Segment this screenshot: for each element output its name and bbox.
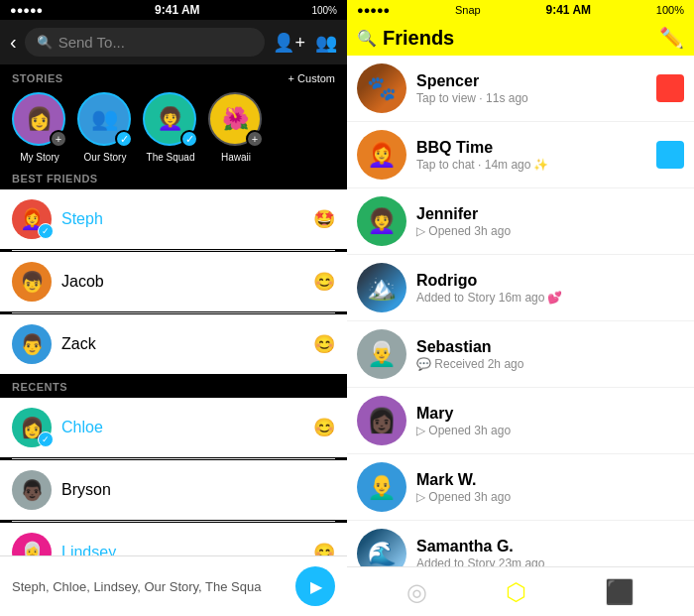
send-button[interactable] [295, 566, 335, 606]
list-item-samantha[interactable]: 🌊 Samantha G. Added to Story 23m ago [347, 521, 694, 566]
battery-right: 100% [656, 4, 684, 16]
friend-chloe[interactable]: 👩 ✓ Chloe 😊 [0, 398, 347, 457]
sub-spencer: Tap to view · 11s ago [416, 91, 646, 105]
group-icon[interactable]: 👥 [315, 32, 337, 54]
story-badge-hawaii: + [246, 130, 264, 148]
status-bar-left: ●●●●● 9:41 AM 100% [0, 0, 347, 20]
avatar-mary: 👩🏿 [357, 396, 406, 445]
app-name-right: Snap [455, 4, 481, 16]
friends-list: 🐾 Spencer Tap to view · 11s ago 👩‍🦰 BBQ … [347, 56, 694, 566]
list-item-bbq[interactable]: 👩‍🦰 BBQ Time Tap to chat · 14m ago ✨ [347, 122, 694, 188]
sub-jennifer: ▷ Opened 3h ago [416, 224, 684, 238]
avatar-sebastian: 👨‍🦳 [357, 329, 406, 379]
sub-samantha: Added to Story 23m ago [416, 556, 684, 567]
avatar-rodrigo: 🏔️ [357, 263, 406, 312]
avatar-jennifer: 👩‍🦱 [357, 196, 406, 246]
list-item-sebastian[interactable]: 👨‍🦳 Sebastian 💬 Received 2h ago [347, 321, 694, 388]
friend-bryson[interactable]: 👨🏿 Bryson [0, 460, 347, 520]
story-badge-my: + [50, 130, 67, 148]
sub-icon-rodrigo: 💕 [547, 291, 562, 305]
indicator-bbq [656, 141, 684, 169]
compose-icon[interactable]: ✏️ [659, 26, 684, 50]
story-label-our: Our Story [84, 152, 127, 163]
emoji-steph: 🤩 [313, 208, 335, 230]
list-item-mary[interactable]: 👩🏿 Mary ▷ Opened 3h ago [347, 388, 694, 454]
list-item-rodrigo[interactable]: 🏔️ Rodrigo Added to Story 16m ago 💕 [347, 255, 694, 321]
name-steph: Steph [61, 210, 303, 228]
sub-text-bbq: Tap to chat · 14m ago [416, 158, 530, 172]
sub-sebastian: 💬 Received 2h ago [416, 357, 684, 371]
story-label-hawaii: Hawaii [221, 152, 251, 163]
divider [12, 458, 335, 459]
name-bryson: Bryson [61, 481, 325, 499]
tab-camera[interactable]: ◎ [406, 578, 427, 606]
info-bbq: BBQ Time Tap to chat · 14m ago ✨ [416, 139, 646, 172]
sub-icon-bbq: ✨ [533, 158, 548, 172]
emoji-chloe: 😊 [313, 417, 335, 438]
name-jacob: Jacob [61, 273, 303, 291]
sub-bbq: Tap to chat · 14m ago ✨ [416, 158, 646, 172]
friends-search-wrap: 🔍 Friends [357, 27, 651, 50]
time-right: 9:41 AM [546, 3, 592, 17]
left-panel: ●●●●● 9:41 AM 100% ‹ 🔍 Send To... 👤+ 👥 S… [0, 0, 347, 616]
tab-friends[interactable]: ⬡ [506, 578, 526, 606]
search-placeholder: Send To... [58, 34, 125, 51]
right-panel: ●●●●● Snap 9:41 AM 100% 🔍 Friends ✏️ 🐾 S… [347, 0, 694, 616]
info-sebastian: Sebastian 💬 Received 2h ago [416, 338, 684, 371]
story-hawaii[interactable]: 🌺 + Hawaii [208, 92, 264, 163]
search-icon: 🔍 [37, 35, 53, 50]
name-sebastian: Sebastian [416, 338, 684, 356]
stories-section: STORIES + Custom 👩 + My Story 👥 ✓ Our St… [0, 64, 347, 167]
friend-jacob[interactable]: 👦 Jacob 😊 [0, 252, 347, 311]
friend-zack[interactable]: 👨 Zack 😊 [0, 314, 347, 374]
header-icons: 👤+ 👥 [273, 32, 337, 54]
info-samantha: Samantha G. Added to Story 23m ago [416, 538, 684, 567]
name-zack: Zack [61, 335, 303, 353]
search-input-wrap[interactable]: 🔍 Send To... [25, 28, 266, 57]
story-avatar-wrap-squad: 👩‍🦱 ✓ [143, 92, 198, 148]
list-item-spencer[interactable]: 🐾 Spencer Tap to view · 11s ago [347, 56, 694, 122]
tab-discover[interactable]: ⬛ [605, 578, 635, 606]
selected-recipients-text: Steph, Chloe, Lindsey, Our Story, The Sq… [12, 579, 288, 594]
sub-text-rodrigo: Added to Story 16m ago [416, 291, 544, 305]
avatar-jacob: 👦 [12, 262, 52, 302]
friends-title: Friends [383, 27, 454, 50]
avatar-spencer: 🐾 [357, 63, 406, 113]
story-avatar-wrap-my: 👩 + [12, 92, 67, 148]
friends-header: 🔍 Friends ✏️ [347, 20, 694, 56]
name-mary: Mary [416, 405, 684, 423]
story-avatar-wrap-our: 👥 ✓ [77, 92, 133, 148]
story-the-squad[interactable]: 👩‍🦱 ✓ The Squad [143, 92, 198, 163]
add-friend-icon[interactable]: 👤+ [273, 32, 305, 54]
status-bar-right: ●●●●● Snap 9:41 AM 100% [347, 0, 694, 20]
friend-steph[interactable]: 👩‍🦰 ✓ Steph 🤩 [0, 189, 347, 249]
best-friends-title: BEST FRIENDS [0, 173, 347, 188]
avatar-steph: 👩‍🦰 ✓ [12, 199, 52, 239]
divider [12, 521, 335, 522]
story-label-my: My Story [20, 152, 58, 163]
avatar-mark: 👨‍🦲 [357, 462, 406, 512]
right-tab-bar: ◎ ⬡ ⬛ [347, 566, 694, 616]
list-item-mark[interactable]: 👨‍🦲 Mark W. ▷ Opened 3h ago [347, 454, 694, 521]
back-button[interactable]: ‹ [10, 31, 17, 54]
search-icon-right[interactable]: 🔍 [357, 29, 377, 48]
avatar-bbq: 👩‍🦰 [357, 130, 406, 180]
check-steph: ✓ [38, 223, 54, 239]
battery-left: 100% [311, 5, 337, 16]
list-item-jennifer[interactable]: 👩‍🦱 Jennifer ▷ Opened 3h ago [347, 188, 694, 255]
time-left: 9:41 AM [155, 3, 200, 17]
indicator-spencer [656, 74, 684, 102]
custom-button[interactable]: + Custom [289, 72, 335, 84]
sub-mary: ▷ Opened 3h ago [416, 424, 684, 437]
bottom-send-bar: Steph, Chloe, Lindsey, Our Story, The Sq… [0, 555, 347, 616]
divider [12, 312, 335, 313]
story-our-story[interactable]: 👥 ✓ Our Story [77, 92, 133, 163]
story-my-story[interactable]: 👩 + My Story [12, 92, 67, 163]
name-chloe: Chloe [61, 419, 303, 436]
emoji-jacob: 😊 [313, 271, 335, 293]
emoji-zack: 😊 [313, 333, 335, 355]
info-mary: Mary ▷ Opened 3h ago [416, 405, 684, 437]
check-chloe: ✓ [38, 431, 54, 447]
name-samantha: Samantha G. [416, 538, 684, 555]
signal-icons-right: ●●●●● [357, 4, 390, 16]
